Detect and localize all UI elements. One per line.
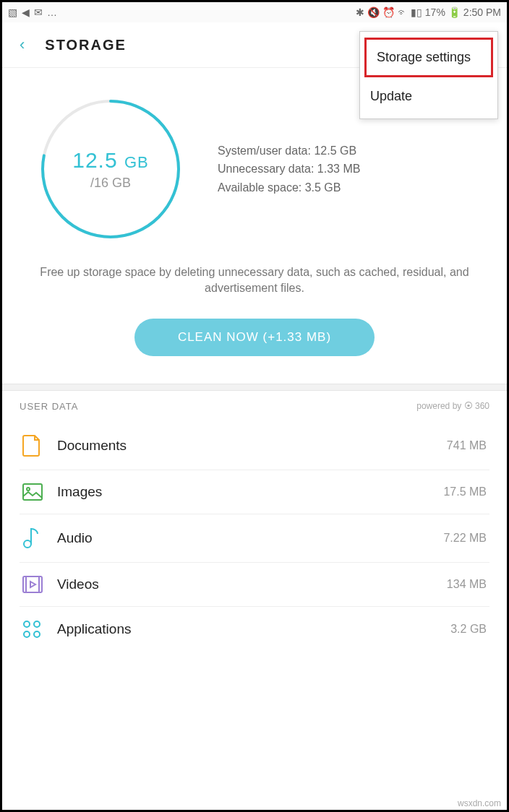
applications-icon [22, 620, 57, 639]
alarm-icon: ⏰ [382, 7, 395, 18]
gallery-icon: ▧ [8, 7, 17, 18]
detail-unnecessary: Unnecessary data: 1.33 MB [218, 160, 360, 178]
row-images[interactable]: Images 17.5 MB [20, 470, 489, 514]
back-icon[interactable]: ‹ [20, 35, 25, 54]
svg-point-4 [24, 540, 31, 548]
row-size: 134 MB [447, 578, 487, 591]
row-label: Images [57, 484, 443, 500]
section-title: USER DATA [20, 401, 78, 412]
row-label: Documents [57, 438, 447, 454]
row-size: 17.5 MB [443, 485, 487, 498]
mute-icon: 🔇 [367, 7, 380, 18]
svg-point-3 [27, 488, 30, 491]
svg-point-9 [34, 631, 40, 637]
watermark: wsxdn.com [458, 798, 501, 808]
battery-pct: 17% [425, 7, 445, 18]
clean-now-button[interactable]: CLEAN NOW (+1.33 MB) [134, 319, 375, 356]
row-size: 741 MB [447, 439, 487, 452]
row-size: 3.2 GB [450, 623, 487, 636]
image-icon [22, 483, 57, 501]
options-menu: Storage settings Update [359, 31, 498, 119]
menu-storage-settings[interactable]: Storage settings [364, 38, 493, 77]
status-left-icons: ▧ ◀ ✉ … [8, 7, 57, 18]
svg-point-7 [34, 621, 40, 627]
svg-point-6 [24, 621, 30, 627]
powered-by: powered by ⦿ 360 [416, 401, 489, 411]
bluetooth-icon: ✱ [356, 7, 364, 18]
svg-point-8 [24, 631, 30, 637]
row-videos[interactable]: Videos 134 MB [20, 563, 489, 607]
document-icon [22, 435, 57, 457]
user-data-list: Documents 741 MB Images 17.5 MB Audio 7.… [2, 422, 507, 652]
row-label: Videos [57, 576, 447, 592]
page-title: STORAGE [45, 37, 127, 53]
menu-update[interactable]: Update [360, 79, 497, 114]
mail-icon: ✉ [34, 7, 43, 18]
section-divider [2, 384, 507, 391]
signal-icon: ▮▯ [411, 7, 422, 18]
storage-details: System/user data: 12.5 GB Unnecessary da… [218, 142, 360, 197]
row-applications[interactable]: Applications 3.2 GB [20, 607, 489, 652]
section-header: USER DATA powered by ⦿ 360 [2, 391, 507, 422]
row-label: Audio [57, 530, 443, 546]
detail-available: Available space: 3.5 GB [218, 178, 360, 197]
row-documents[interactable]: Documents 741 MB [20, 422, 489, 470]
detail-system-user: System/user data: 12.5 GB [218, 142, 360, 160]
description-text: Free up storage space by deleting unnece… [2, 256, 507, 319]
video-icon [22, 576, 57, 593]
svg-rect-2 [23, 484, 42, 500]
row-label: Applications [57, 621, 450, 637]
row-audio[interactable]: Audio 7.22 MB [20, 514, 489, 563]
battery-icon: 🔋 [448, 7, 461, 18]
more-status-icon: … [47, 7, 57, 18]
status-right-icons: ✱ 🔇 ⏰ ᯤ ▮▯ 17% 🔋 2:50 PM [356, 7, 501, 18]
wifi-icon: ᯤ [398, 7, 408, 18]
clock: 2:50 PM [463, 7, 501, 18]
status-bar: ▧ ◀ ✉ … ✱ 🔇 ⏰ ᯤ ▮▯ 17% 🔋 2:50 PM [2, 2, 507, 22]
row-size: 7.22 MB [443, 532, 487, 545]
audio-icon [22, 527, 57, 549]
send-icon: ◀ [22, 7, 30, 18]
usage-ring: 12.5 GB /16 GB [38, 97, 183, 241]
